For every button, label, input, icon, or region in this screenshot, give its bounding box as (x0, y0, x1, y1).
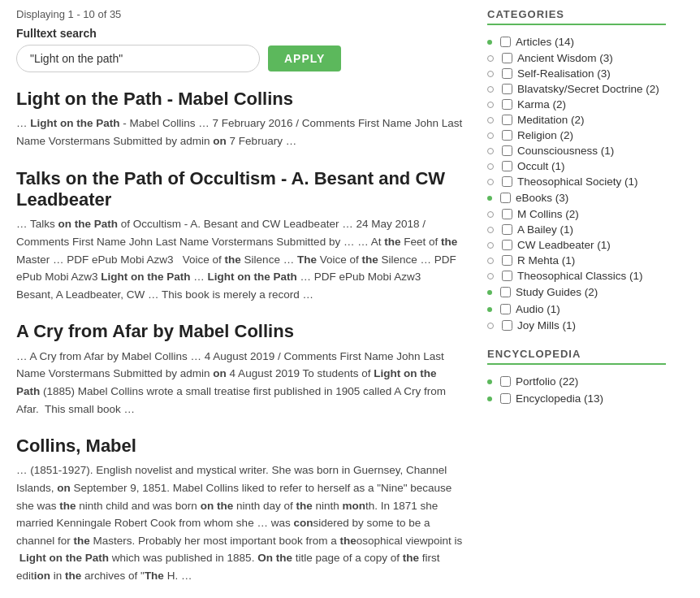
category-m-collins: M Collins (2) (487, 206, 666, 222)
circle-icon (487, 323, 494, 329)
circle-icon (487, 117, 494, 124)
circle-icon (487, 273, 494, 280)
bullet-icon (487, 290, 492, 295)
result-excerpt: … Light on the Path - Mabel Collins … 7 … (16, 115, 463, 150)
result-title[interactable]: Collins, Mabel (16, 436, 463, 457)
category-study-guides: Study Guides (2) (487, 284, 666, 301)
ebooks-checkbox[interactable] (500, 193, 511, 203)
result-item: Talks on the Path of Occultism - A. Besa… (16, 168, 463, 304)
category-a-bailey: A Bailey (1) (487, 222, 666, 237)
sidebar: CATEGORIES Articles (14) Ancient Wisdom … (487, 8, 666, 598)
religion-checkbox[interactable] (502, 130, 512, 141)
category-self-realisation: Self-Realisation (3) (487, 66, 666, 81)
category-theosophical-classics: Theosophical Classics (1) (487, 268, 666, 284)
category-religion: Religion (2) (487, 128, 666, 143)
encyclopedia-title: ENCYCLOPEDIA (487, 348, 666, 365)
portfolio-checkbox[interactable] (500, 376, 511, 387)
ancient-wisdom-checkbox[interactable] (502, 53, 512, 63)
fulltext-label: Fulltext search (16, 27, 463, 40)
m-collins-label: M Collins (2) (517, 208, 666, 220)
category-joy-mills: Joy Mills (1) (487, 318, 666, 333)
encyclopedia-list: Portfolio (22) Encyclopedia (13) (487, 373, 666, 407)
portfolio-label: Portfolio (22) (516, 375, 578, 388)
occult-label: Occult (1) (517, 160, 666, 172)
m-collins-checkbox[interactable] (502, 209, 512, 219)
circle-icon (487, 132, 494, 139)
category-consciousness: Counsciousness (1) (487, 143, 666, 158)
religion-label: Religion (2) (517, 129, 666, 141)
joy-mills-checkbox[interactable] (502, 320, 512, 331)
self-realisation-label: Self-Realisation (3) (517, 67, 666, 80)
result-excerpt: … A Cry from Afar by Mabel Collins … 4 A… (16, 348, 463, 418)
bullet-icon (487, 396, 492, 401)
study-guides-checkbox[interactable] (500, 287, 511, 297)
audio-checkbox[interactable] (500, 304, 511, 314)
circle-icon (487, 211, 494, 218)
ancient-wisdom-label: Ancient Wisdom (3) (517, 52, 666, 64)
encyclopedia-label: Encyclopedia (13) (516, 392, 603, 405)
circle-icon (487, 86, 494, 93)
category-karma: Karma (2) (487, 97, 666, 112)
category-cw-leadbeater: CW Leadbeater (1) (487, 237, 666, 253)
category-audio: Audio (1) Joy Mills (1) (487, 301, 666, 333)
category-articles: Articles (14) Ancient Wisdom (3) Self-Re… (487, 33, 666, 189)
encyclopedia-encyclopedia: Encyclopedia (13) (487, 390, 666, 407)
displaying-count: Displaying 1 - 10 of 35 (16, 8, 463, 20)
category-ebooks: eBooks (3) M Collins (2) A Bailey (1) (487, 189, 666, 284)
circle-icon (487, 71, 494, 77)
theosophical-classics-checkbox[interactable] (502, 271, 512, 281)
bullet-icon (487, 307, 492, 312)
category-meditation: Meditation (2) (487, 112, 666, 128)
occult-checkbox[interactable] (502, 161, 512, 171)
category-ancient-wisdom: Ancient Wisdom (3) (487, 50, 666, 66)
category-blavatsky: Blavatsky/Secret Doctrine (2) (487, 81, 666, 97)
circle-icon (487, 242, 494, 249)
results-list: Light on the Path - Mabel Collins … Ligh… (16, 89, 463, 598)
search-input[interactable] (16, 45, 260, 72)
ebooks-label: eBooks (3) (516, 192, 568, 204)
theosophical-society-label: Theosophical Society (1) (517, 176, 666, 188)
consciousness-checkbox[interactable] (502, 145, 512, 156)
a-bailey-checkbox[interactable] (502, 224, 512, 235)
articles-checkbox[interactable] (500, 37, 511, 47)
articles-label: Articles (14) (516, 36, 574, 48)
result-title[interactable]: Talks on the Path of Occultism - A. Besa… (16, 168, 463, 211)
r-mehta-checkbox[interactable] (502, 255, 512, 266)
meditation-checkbox[interactable] (502, 115, 512, 125)
encyclopedia-portfolio: Portfolio (22) (487, 373, 666, 390)
bullet-icon (487, 196, 492, 201)
result-title[interactable]: Light on the Path - Mabel Collins (16, 89, 463, 110)
result-title[interactable]: A Cry from Afar by Mabel Collins (16, 321, 463, 342)
blavatsky-label: Blavatsky/Secret Doctrine (2) (517, 83, 666, 95)
category-r-mehta: R Mehta (1) (487, 253, 666, 268)
category-occult: Occult (1) (487, 158, 666, 174)
result-excerpt: … (1851-1927). English novelist and myst… (16, 462, 463, 584)
self-realisation-checkbox[interactable] (502, 68, 512, 79)
circle-icon (487, 148, 494, 154)
categories-title: CATEGORIES (487, 8, 666, 25)
encyclopedia-checkbox[interactable] (500, 393, 511, 404)
theosophical-society-checkbox[interactable] (502, 176, 512, 187)
apply-button[interactable]: APPLY (268, 46, 341, 72)
encyclopedia-section: ENCYCLOPEDIA Portfolio (22) Encyclopedia… (487, 348, 666, 407)
karma-label: Karma (2) (517, 98, 666, 110)
consciousness-label: Counsciousness (1) (517, 145, 666, 157)
main-content: Displaying 1 - 10 of 35 Fulltext search … (16, 8, 487, 598)
meditation-label: Meditation (2) (517, 114, 666, 126)
audio-children: Joy Mills (1) (487, 318, 666, 333)
study-guides-label: Study Guides (2) (516, 286, 598, 298)
circle-icon (487, 55, 494, 62)
bullet-icon (487, 379, 492, 384)
cw-leadbeater-checkbox[interactable] (502, 240, 512, 250)
blavatsky-checkbox[interactable] (502, 84, 512, 94)
circle-icon (487, 163, 494, 170)
categories-list: Articles (14) Ancient Wisdom (3) Self-Re… (487, 33, 666, 333)
result-item: Collins, Mabel … (1851-1927). English no… (16, 436, 463, 585)
result-excerpt: … Talks on the Path of Occultism - A. Be… (16, 215, 463, 303)
cw-leadbeater-label: CW Leadbeater (1) (517, 239, 666, 251)
karma-checkbox[interactable] (502, 99, 512, 110)
theosophical-classics-label: Theosophical Classics (1) (517, 270, 666, 282)
a-bailey-label: A Bailey (1) (517, 223, 666, 236)
articles-children: Ancient Wisdom (3) Self-Realisation (3) … (487, 50, 666, 189)
circle-icon (487, 102, 494, 108)
